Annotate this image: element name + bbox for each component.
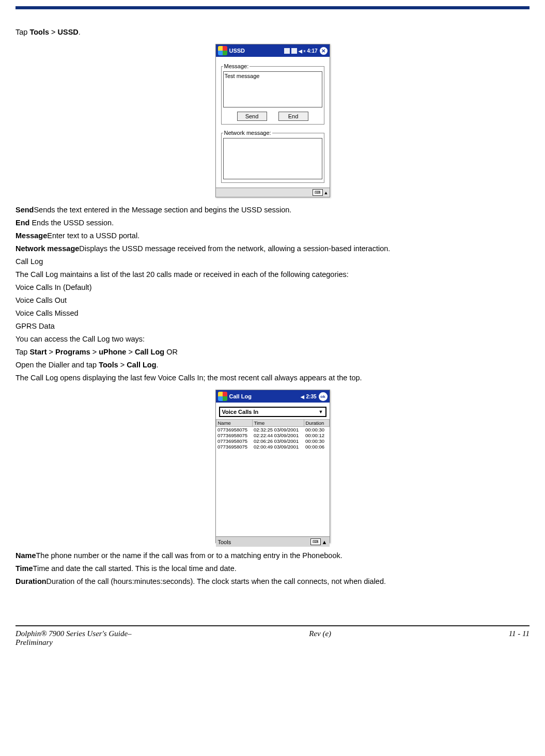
t: Open the Dialler and tap — [15, 361, 99, 369]
cell: 00:00:06 — [304, 444, 329, 450]
term: Message — [15, 232, 47, 240]
cell: 07736958075 — [216, 433, 252, 438]
col-duration[interactable]: Duration — [304, 420, 329, 427]
cell: 02:22:44 03/09/2001 — [252, 433, 304, 438]
footer-left-2: Preliminary — [15, 638, 132, 647]
term: Network message — [15, 244, 79, 253]
status-icons: 2:35 — [301, 393, 316, 399]
def-network: Network messageDisplays the USSD message… — [15, 243, 530, 254]
sip-arrow-icon[interactable]: ▲ — [324, 190, 329, 195]
cell: 02:00:49 03/09/2001 — [252, 444, 304, 450]
t: Start — [29, 348, 46, 356]
def-end: End Ends the USSD session. — [15, 218, 530, 228]
t: > — [126, 348, 135, 356]
cell: 07736958075 — [216, 427, 252, 433]
device-titlebar: USSD x 4:17 ✕ — [216, 44, 330, 57]
footer-right: 11 - 11 — [509, 629, 530, 647]
status-icons: x 4:17 — [284, 48, 318, 54]
desc: Displays the USSD message received from … — [79, 244, 390, 253]
footer-left-1: Dolphin® 7900 Series User's Guide– — [15, 629, 132, 638]
windows-flag-icon — [218, 46, 227, 55]
message-input[interactable]: Test message — [223, 71, 322, 107]
t: Tools — [29, 28, 49, 36]
def-name: NameThe phone number or the name if the … — [15, 550, 530, 561]
send-button[interactable]: Send — [237, 112, 267, 121]
t: Programs — [55, 348, 90, 356]
page-footer: Dolphin® 7900 Series User's Guide– Preli… — [0, 629, 545, 657]
network-message-group: Network message: — [221, 130, 324, 183]
cell: 07736958075 — [216, 438, 252, 444]
tools-menu[interactable]: Tools — [218, 539, 231, 545]
clock-time: 2:35 — [306, 394, 316, 399]
mute-x: x — [304, 49, 306, 53]
desc: Duration of the call (hours:minutes:seco… — [46, 577, 386, 585]
term: Time — [15, 564, 33, 573]
signal-icon — [284, 48, 290, 54]
intro-line: Tap Tools > USSD. — [15, 27, 530, 38]
table-row[interactable]: 0773695807502:06:26 03/09/200100:00:30 — [216, 438, 329, 444]
col-name[interactable]: Name — [216, 420, 252, 427]
t: Call Log — [135, 348, 164, 356]
volume-icon — [301, 393, 304, 399]
ok-button[interactable]: ok — [319, 392, 328, 401]
calllog-screenshot: Call Log 2:35 ok Voice Calls In ▼ Name T… — [215, 390, 330, 543]
end-button[interactable]: End — [278, 112, 308, 121]
network-icon — [291, 48, 297, 54]
windows-flag-icon — [218, 392, 227, 401]
def-time: TimeTime and date the call started. This… — [15, 563, 530, 574]
desc: Ends the USSD session. — [29, 219, 114, 227]
desc: The phone number or the name if the call… — [36, 551, 342, 560]
calllog-intro: The Call Log maintains a list of the las… — [15, 269, 530, 280]
t: Tap — [15, 28, 29, 36]
message-group: Message: Test message Send End — [221, 63, 324, 125]
sip-arrow-icon[interactable]: ▲ — [322, 539, 328, 545]
t: > — [49, 28, 58, 36]
table-row[interactable]: 0773695807502:00:49 03/09/200100:00:06 — [216, 444, 329, 450]
cell: 00:00:12 — [304, 433, 329, 438]
keyboard-icon[interactable]: ⌨ — [313, 189, 323, 196]
t: uPhone — [99, 348, 126, 356]
sip-bar: ⌨ ▲ — [216, 188, 330, 197]
message-legend: Message: — [223, 63, 250, 69]
chevron-down-icon: ▼ — [319, 409, 323, 414]
desc: Enter text to a USSD portal. — [47, 232, 139, 240]
combo-value: Voice Calls In — [222, 409, 259, 415]
cell: 00:00:30 — [304, 427, 329, 433]
calllog-heading: Call Log — [15, 256, 530, 267]
footer-center: Rev (e) — [309, 629, 331, 647]
page-content: Tap Tools > USSD. USSD x 4:17 ✕ Message:… — [0, 9, 545, 594]
cat-2: Voice Calls Missed — [15, 308, 530, 319]
network-legend: Network message: — [223, 130, 272, 136]
term: Duration — [15, 577, 46, 585]
keyboard-icon[interactable]: ⌨ — [310, 538, 321, 545]
t: Call Log — [127, 361, 156, 369]
table-row[interactable]: 0773695807502:32:25 03/09/200100:00:30 — [216, 427, 329, 433]
device-title: Call Log — [229, 393, 252, 399]
footer-left: Dolphin® 7900 Series User's Guide– Preli… — [15, 629, 132, 647]
t: > — [46, 348, 55, 356]
table-row[interactable]: 0773695807502:22:44 03/09/200100:00:12 — [216, 433, 329, 438]
cell: 02:06:26 03/09/2001 — [252, 438, 304, 444]
col-time[interactable]: Time — [252, 420, 304, 427]
ussd-screenshot: USSD x 4:17 ✕ Message: Test message Send… — [215, 44, 330, 197]
close-icon[interactable]: ✕ — [320, 47, 328, 55]
t: . — [79, 28, 81, 36]
desc: Sends the text entered in the Message se… — [34, 206, 291, 214]
cat-1: Voice Calls Out — [15, 295, 530, 306]
network-message-area — [223, 138, 322, 179]
call-log-table: Name Time Duration 0773695807502:32:25 0… — [216, 419, 330, 450]
calllog-opens: The Call Log opens displaying the last f… — [15, 373, 530, 383]
device-title: USSD — [229, 48, 245, 54]
path1: Tap Start > Programs > uPhone > Call Log… — [15, 347, 530, 358]
path2: Open the Dialler and tap Tools > Call Lo… — [15, 360, 530, 371]
desc: Time and date the call started. This is … — [33, 564, 237, 573]
def-send: SendSends the text entered in the Messag… — [15, 205, 530, 215]
t: . — [157, 361, 159, 369]
term: Name — [15, 551, 36, 560]
category-dropdown[interactable]: Voice Calls In ▼ — [219, 407, 326, 417]
cell: 02:32:25 03/09/2001 — [252, 427, 304, 433]
t: Tools — [99, 361, 118, 369]
calllog-access: You can access the Call Log two ways: — [15, 334, 530, 345]
device-titlebar: Call Log 2:35 ok — [216, 390, 330, 403]
device-menubar: Tools ⌨ ▲ — [216, 536, 330, 547]
